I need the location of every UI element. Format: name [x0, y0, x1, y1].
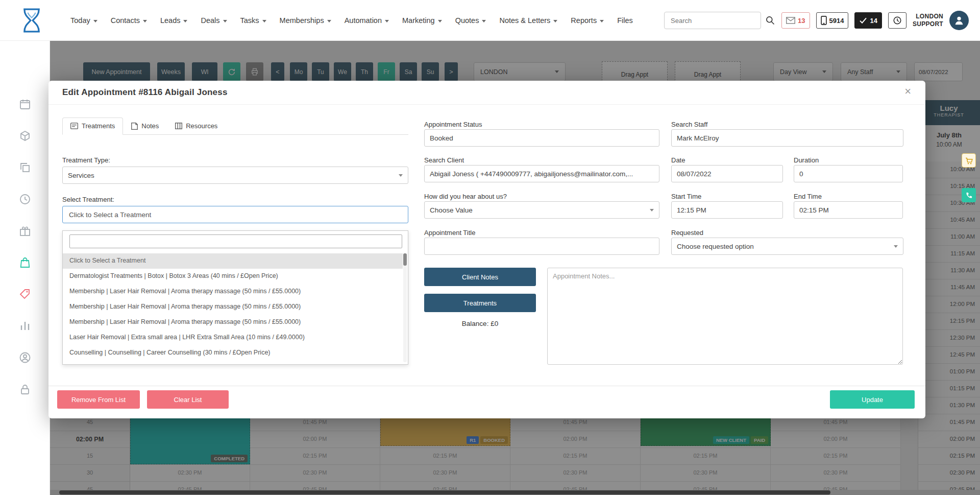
- chevron-down-icon: [223, 20, 227, 22]
- treatment-option[interactable]: Membership | Laser Hair Removal | Aroma …: [63, 284, 403, 299]
- hear-about-select[interactable]: Choose Value: [424, 201, 659, 219]
- menu-item[interactable]: Marketing: [402, 16, 442, 25]
- duration-label: Duration: [794, 156, 819, 164]
- hourglass-logo-icon: [20, 8, 43, 33]
- tab-notes[interactable]: Notes: [123, 117, 167, 135]
- mobile-phone-icon: [821, 16, 827, 25]
- chevron-down-icon: [650, 209, 654, 211]
- chevron-down-icon: [327, 20, 331, 22]
- mail-button[interactable]: 13: [781, 12, 810, 29]
- footer-divider: [48, 386, 925, 386]
- date-input[interactable]: [671, 165, 783, 182]
- tasks-done-button[interactable]: 14: [854, 12, 881, 29]
- search-input[interactable]: [664, 12, 761, 29]
- phone-icon: [965, 192, 973, 199]
- user-circle-icon[interactable]: [19, 351, 31, 364]
- treatment-options-list: Click to Select a TreatmentDermatologist…: [63, 253, 403, 361]
- menu-item[interactable]: Today: [70, 16, 97, 25]
- copy-icon[interactable]: [19, 161, 31, 174]
- check-icon: [859, 17, 867, 24]
- phone-calls-button[interactable]: 5914: [816, 12, 849, 29]
- tag-icon[interactable]: [19, 288, 31, 300]
- search-icon[interactable]: [765, 15, 775, 26]
- top-navbar: Today Contacts Leads Deals Tasks Members…: [0, 0, 980, 41]
- appointment-status-input[interactable]: [424, 129, 659, 147]
- treatment-type-label: Treatment Type:: [62, 156, 110, 164]
- treatment-option[interactable]: Membership | Laser Hair Removal | Aroma …: [63, 299, 403, 315]
- history-clock-icon[interactable]: [19, 193, 31, 205]
- search-client-label: Search Client: [424, 156, 464, 164]
- search-staff-input[interactable]: [671, 129, 903, 147]
- cube-icon[interactable]: [19, 130, 31, 142]
- app-logo[interactable]: [20, 8, 43, 33]
- menu-item[interactable]: Tasks: [240, 16, 266, 25]
- cart-icon: [965, 156, 973, 165]
- treatment-option[interactable]: Counselling | Counselling | Career Couns…: [63, 345, 403, 361]
- lock-icon[interactable]: [19, 383, 31, 395]
- select-treatment-combobox[interactable]: Click to Select a Treatment: [62, 206, 408, 223]
- tab-treatments[interactable]: Treatments: [62, 117, 123, 135]
- menu-item[interactable]: Automation: [345, 16, 389, 25]
- clear-list-button[interactable]: Clear List: [147, 390, 229, 409]
- start-time-label: Start Time: [671, 193, 701, 200]
- menu-item[interactable]: Reports: [571, 16, 604, 25]
- left-sidebar: [0, 41, 50, 495]
- dropdown-scrollbar-thumb[interactable]: [403, 253, 407, 266]
- columns-icon: [175, 123, 182, 129]
- navbar-right: 13 5914 14 LONDON SUPPORT: [664, 0, 969, 41]
- chevron-down-icon: [600, 20, 604, 22]
- check-count-badge: 14: [870, 17, 877, 25]
- treatment-type-select[interactable]: Services: [62, 167, 408, 184]
- treatment-option[interactable]: Laser Hair Removal | Extra small area | …: [63, 330, 403, 345]
- avatar[interactable]: [949, 11, 969, 30]
- dropdown-scrollbar[interactable]: [403, 253, 407, 362]
- client-notes-button[interactable]: Client Notes: [424, 268, 536, 286]
- update-button[interactable]: Update: [830, 390, 915, 409]
- calendar-icon[interactable]: [19, 98, 31, 110]
- remove-from-list-button[interactable]: Remove From List: [57, 390, 140, 409]
- history-clock-icon: [893, 16, 902, 25]
- chevron-down-icon: [262, 20, 266, 22]
- phone-button[interactable]: [962, 188, 976, 202]
- menu-item[interactable]: Contacts: [111, 16, 147, 25]
- chevron-down-icon: [385, 20, 389, 22]
- menu-item[interactable]: Memberships: [280, 16, 331, 25]
- current-user-name: LONDON SUPPORT: [913, 13, 943, 28]
- treatment-option[interactable]: Click to Select a Treatment: [63, 253, 403, 269]
- shopping-bag-icon[interactable]: [19, 256, 31, 269]
- duration-input[interactable]: [794, 165, 903, 182]
- phone-count-badge: 5914: [829, 17, 844, 25]
- chevron-down-icon: [553, 20, 557, 22]
- menu-item[interactable]: Leads: [160, 16, 188, 25]
- search-area: [664, 12, 775, 29]
- tab-resources[interactable]: Resources: [167, 117, 226, 135]
- treatment-search-input[interactable]: [69, 234, 402, 248]
- history-button[interactable]: [888, 12, 906, 29]
- menu-item[interactable]: Notes & Letters: [499, 16, 557, 25]
- treatments-button[interactable]: Treatments: [424, 294, 536, 312]
- chevron-down-icon: [143, 20, 147, 22]
- end-time-input[interactable]: [794, 201, 903, 219]
- cart-button[interactable]: [962, 153, 976, 168]
- balance-text: Balance: £0: [424, 320, 536, 327]
- close-icon[interactable]: ×: [904, 85, 911, 98]
- treatment-option[interactable]: Membership | Laser Hair Removal | Aroma …: [63, 315, 403, 330]
- menu-item[interactable]: Files: [617, 16, 633, 25]
- appointment-notes-textarea[interactable]: [547, 268, 903, 365]
- modal-title: Edit Appointment #8116 Abigail Joness: [62, 87, 228, 98]
- card-list-icon: [70, 123, 78, 129]
- bar-chart-icon[interactable]: [19, 320, 31, 332]
- treatment-option[interactable]: Dermatologist Treatments | Botox | Botox…: [63, 269, 403, 284]
- chevron-down-icon: [183, 20, 187, 22]
- menu-item[interactable]: Quotes: [455, 16, 486, 25]
- appointment-title-input[interactable]: [424, 238, 659, 255]
- mail-icon: [786, 17, 795, 24]
- start-time-input[interactable]: [671, 201, 783, 219]
- menu-item[interactable]: Deals: [201, 16, 227, 25]
- requested-label: Requested: [671, 229, 703, 237]
- gift-icon[interactable]: [19, 225, 31, 237]
- search-client-input[interactable]: [424, 165, 659, 182]
- search-staff-label: Search Staff: [671, 121, 707, 128]
- requested-select[interactable]: Choose requested option: [671, 238, 903, 255]
- appointment-title-label: Appointment Title: [424, 229, 475, 237]
